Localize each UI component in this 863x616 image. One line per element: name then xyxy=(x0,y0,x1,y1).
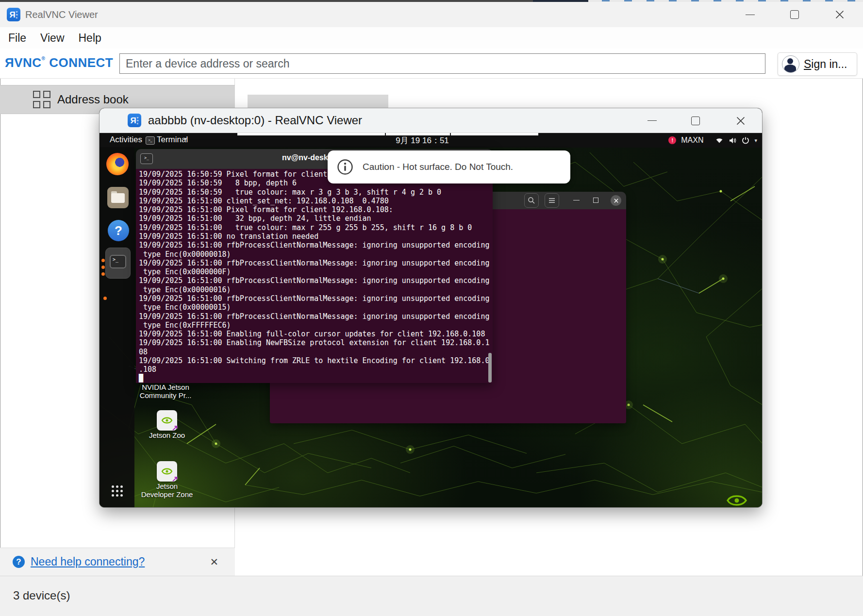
terminal-scrollbar[interactable] xyxy=(488,353,492,383)
terminal-log: 19/09/2025 16:50:59 Pixel format for cli… xyxy=(139,170,489,383)
terminal-body[interactable]: 19/09/2025 16:50:59 Pixel format for cli… xyxy=(136,169,493,383)
maximize-button[interactable] xyxy=(593,198,598,203)
address-book-label: Address book xyxy=(57,93,129,106)
terminal-tab-icon: >_ xyxy=(140,153,153,164)
chevron-down-icon: ▾ xyxy=(754,137,757,144)
running-indicator-dot xyxy=(103,297,107,300)
toolbar: ЯVNC® CONNECT Sign in... xyxy=(0,49,863,79)
sign-in-button[interactable]: Sign in... xyxy=(778,52,857,76)
search-input[interactable] xyxy=(119,53,765,74)
activities-button[interactable]: Activities xyxy=(110,135,142,145)
alert-badge-icon: ! xyxy=(668,136,676,144)
inner-close-button[interactable] xyxy=(730,108,751,133)
vnc-session-window: Яvnc aabbbb (nv-desktop:0) - RealVNC Vie… xyxy=(100,108,762,507)
outer-window-title: RealVNC Viewer xyxy=(25,2,98,27)
desktop-icon-community-label[interactable]: NVIDIA Jetson Community Pr... xyxy=(132,383,199,400)
outer-close-button[interactable] xyxy=(829,2,850,27)
remote-desktop: Activities >_ Terminal ▾ 9月 19 16：51 ! M… xyxy=(100,133,762,507)
desktop-icon-jetson-zoo-label[interactable]: Jetson Zoo xyxy=(138,432,196,440)
power-mode-label: MAXN xyxy=(681,136,703,145)
clock[interactable]: 9月 19 16：51 xyxy=(383,135,461,146)
info-icon xyxy=(336,158,354,176)
terminal-window[interactable]: >_ nv@nv-deskt 19/09/2025 16:50:59 Pixel… xyxy=(136,149,493,383)
terminal-app-menu[interactable]: Terminal xyxy=(157,135,188,145)
running-indicator-dot xyxy=(101,266,105,269)
background-tab-fragments xyxy=(602,0,859,1)
outer-maximize-button[interactable] xyxy=(784,2,805,27)
need-help-link[interactable]: Need help connecting? xyxy=(31,555,145,568)
menu-view[interactable]: View xyxy=(40,32,64,45)
close-icon xyxy=(614,198,619,203)
terminal-title: nv@nv-deskt xyxy=(282,153,331,162)
firefox-icon[interactable] xyxy=(106,153,129,175)
running-indicator-dot xyxy=(101,259,105,262)
notification-text: Caution - Hot surface. Do Not Touch. xyxy=(363,162,513,172)
need-help-close-button[interactable]: ✕ xyxy=(210,556,218,568)
system-status-area[interactable]: ! MAXN ▾ xyxy=(668,133,757,148)
menubar: File View Help xyxy=(0,27,863,49)
menu-file[interactable]: File xyxy=(8,32,26,45)
help-icon[interactable]: ? xyxy=(108,220,129,241)
chevron-down-icon: ▾ xyxy=(184,136,187,142)
hamburger-icon xyxy=(548,197,556,204)
desktop-icon-jetson-devzone-label[interactable]: Jetson Developer Zone xyxy=(132,483,202,499)
terminal-glyph: >_ xyxy=(110,255,126,268)
wifi-icon xyxy=(715,137,724,144)
search-button[interactable] xyxy=(524,193,539,208)
power-icon xyxy=(742,136,749,144)
device-count: 3 device(s) xyxy=(13,589,70,602)
menu-help[interactable]: Help xyxy=(79,32,101,45)
inner-minimize-button[interactable] xyxy=(641,108,663,133)
avatar-icon xyxy=(782,55,799,73)
search-icon xyxy=(528,197,535,204)
help-circle-icon: ? xyxy=(13,556,25,568)
sign-in-label: Sign in... xyxy=(804,58,847,71)
vnc-connect-logo: ЯVNC® CONNECT xyxy=(5,55,113,70)
notification-toast[interactable]: Caution - Hot surface. Do Not Touch. xyxy=(328,150,570,183)
volume-icon xyxy=(729,137,737,144)
show-applications-button[interactable] xyxy=(112,485,123,497)
address-book-grid-icon xyxy=(33,91,50,108)
status-bar: 3 device(s) xyxy=(0,576,863,616)
terminal-dock-icon[interactable]: >_ xyxy=(105,248,131,279)
outer-titlebar: Яvnc RealVNC Viewer xyxy=(0,2,863,27)
need-help-row: ? Need help connecting? ✕ xyxy=(0,548,235,576)
minimize-icon xyxy=(647,120,657,121)
gnome-top-bar: Activities >_ Terminal ▾ 9月 19 16：51 ! M… xyxy=(100,133,762,148)
hamburger-menu-button[interactable] xyxy=(545,193,559,208)
files-icon[interactable] xyxy=(107,187,129,208)
minimize-button[interactable] xyxy=(573,200,580,200)
desktop-icon-jetson-zoo[interactable]: ↗ xyxy=(157,410,177,431)
minimize-icon xyxy=(746,15,755,15)
inner-window-title: aabbbb (nv-desktop:0) - RealVNC Viewer xyxy=(148,108,362,133)
realvnc-app-icon: Яvnc xyxy=(7,8,20,21)
maximize-icon xyxy=(790,10,799,19)
maximize-icon xyxy=(691,117,700,125)
terminal-menu-icon: >_ xyxy=(146,136,155,145)
desktop-icon-jetson-devzone[interactable]: ↗ xyxy=(157,461,177,482)
outer-minimize-button[interactable] xyxy=(739,2,761,27)
inner-maximize-button[interactable] xyxy=(685,108,706,133)
screen-root: Яvnc RealVNC Viewer File View Help ЯVNC®… xyxy=(0,0,863,616)
realvnc-app-icon: Яvnc xyxy=(128,114,141,127)
inner-titlebar[interactable]: Яvnc aabbbb (nv-desktop:0) - RealVNC Vie… xyxy=(100,108,762,133)
nvidia-logo xyxy=(725,492,750,507)
running-indicator-dot xyxy=(101,272,105,276)
close-icon xyxy=(835,10,844,19)
close-button[interactable] xyxy=(611,195,621,206)
close-icon xyxy=(736,117,745,125)
